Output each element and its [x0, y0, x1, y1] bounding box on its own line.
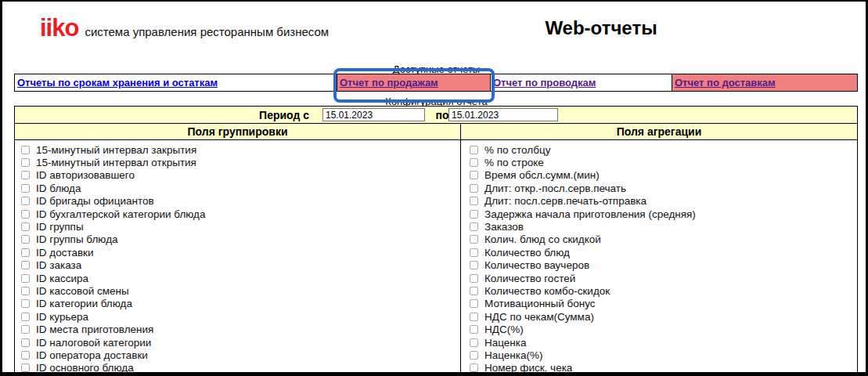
aggregation-fields-list: % по столбцу % по строке Время обсл.сумм… [461, 140, 857, 372]
aggregation-field-option: НДС(%) [468, 323, 857, 335]
aggregation-field-checkbox[interactable] [470, 197, 478, 205]
aggregation-field-checkbox[interactable] [470, 338, 478, 347]
grouping-field-checkbox[interactable] [21, 235, 30, 244]
aggregation-field-label: Количество блюд [484, 247, 570, 258]
report-config-table: Период с по Поля группировки Поля агрега… [14, 106, 858, 372]
grouping-field-option: ID категории блюда [20, 298, 460, 310]
grouping-field-checkbox[interactable] [21, 197, 30, 205]
grouping-field-checkbox[interactable] [21, 363, 30, 372]
aggregation-field-label: Номер фиск. чека [484, 362, 572, 372]
grouping-field-label: ID категории блюда [36, 298, 132, 309]
period-from-input[interactable] [322, 108, 425, 121]
nav-cell-storage-report: Отчеты по срокам хранения и остаткам [15, 74, 337, 91]
aggregation-field-option: Количество комбо-скидок [468, 284, 857, 297]
aggregation-field-checkbox[interactable] [470, 210, 478, 219]
aggregation-field-option: Длит: посл.серв.печать-отправка [468, 195, 857, 208]
nav-cell-transactions-report: Отчет по проводкам [491, 74, 672, 91]
grouping-field-option: 15-минутный интервал закрытия [20, 143, 460, 156]
grouping-field-checkbox[interactable] [21, 351, 30, 360]
nav-cell-sales-report: Отчет по продажам [337, 74, 491, 91]
aggregation-field-option: % по столбцу [468, 143, 857, 156]
grouping-field-label: ID бригады официантов [36, 195, 154, 207]
link-transactions-report[interactable]: Отчет по проводкам [493, 77, 596, 89]
grouping-field-checkbox[interactable] [21, 248, 30, 257]
grouping-field-checkbox[interactable] [21, 158, 30, 167]
column-headers-row: Поля группировки Поля агрегации [15, 124, 857, 140]
aggregation-field-option: Мотивационный бонус [468, 298, 857, 310]
aggregation-field-checkbox[interactable] [470, 171, 478, 179]
grouping-field-checkbox[interactable] [21, 146, 30, 154]
grouping-field-label: ID доставки [36, 247, 94, 258]
aggregation-field-checkbox[interactable] [470, 313, 478, 321]
aggregation-field-label: Длит: откр.-посл.серв.печать [484, 183, 626, 194]
aggregation-field-option: Время обсл.сумм.(мин) [468, 169, 857, 182]
aggregation-field-checkbox[interactable] [470, 184, 478, 193]
aggregation-field-option: Заказов [468, 220, 857, 233]
grouping-field-checkbox[interactable] [21, 338, 30, 347]
aggregation-field-label: Количество комбо-скидок [484, 285, 610, 297]
grouping-field-checkbox[interactable] [21, 222, 30, 231]
aggregation-field-checkbox[interactable] [470, 158, 478, 167]
grouping-field-checkbox[interactable] [21, 299, 30, 308]
grouping-field-checkbox[interactable] [21, 210, 30, 219]
grouping-field-label: ID группы блюда [36, 233, 118, 245]
grouping-field-label: ID места приготовления [36, 324, 153, 335]
aggregation-field-label: НДС(%) [484, 324, 524, 335]
link-storage-report[interactable]: Отчеты по срокам хранения и остаткам [17, 77, 218, 89]
aggregation-field-checkbox[interactable] [470, 235, 478, 244]
aggregation-field-checkbox[interactable] [470, 299, 478, 308]
grouping-field-option: ID бригады официантов [20, 195, 460, 208]
grouping-field-option: ID авторизовавшего [20, 169, 460, 182]
aggregation-field-option: Колич. блюд со скидкой [468, 233, 857, 246]
aggregation-field-option: Номер фиск. чека [468, 362, 857, 372]
grouping-field-checkbox[interactable] [21, 287, 30, 295]
aggregation-field-checkbox[interactable] [470, 363, 478, 372]
grouping-field-option: ID заказа [20, 259, 460, 272]
page-title: Web-отчеты [429, 17, 773, 39]
grouping-field-label: 15-минутный интервал открытия [36, 157, 196, 168]
grouping-field-option: 15-минутный интервал открытия [20, 156, 460, 168]
web-reports-page: iiko система управления ресторанным бизн… [0, 0, 868, 376]
aggregation-field-checkbox[interactable] [470, 248, 478, 257]
period-to-input[interactable] [448, 108, 558, 121]
aggregation-field-checkbox[interactable] [470, 351, 478, 360]
link-sales-report[interactable]: Отчет по продажам [340, 77, 438, 89]
grouping-field-label: ID оператора доставки [36, 349, 148, 361]
aggregation-field-option: Длит: откр.-посл.серв.печать [468, 182, 857, 194]
aggregation-field-checkbox[interactable] [470, 287, 478, 295]
grouping-field-checkbox[interactable] [21, 274, 30, 283]
grouping-field-label: ID блюда [36, 183, 81, 194]
aggregation-field-label: Колич. блюд со скидкой [484, 233, 601, 245]
grouping-field-label: ID группы [36, 221, 84, 233]
aggregation-field-checkbox[interactable] [470, 222, 478, 231]
aggregation-field-checkbox[interactable] [470, 146, 478, 154]
grouping-field-option: ID блюда [20, 182, 460, 194]
grouping-field-checkbox[interactable] [21, 184, 30, 193]
aggregation-field-option: НДС по чекам(Сумма) [468, 310, 857, 323]
grouping-field-label: ID налоговой категории [36, 337, 151, 349]
grouping-field-checkbox[interactable] [21, 171, 30, 179]
grouping-field-option: ID курьера [20, 310, 460, 323]
link-deliveries-report[interactable]: Отчет по доставкам [675, 77, 776, 89]
grouping-field-label: ID бухгалтерской категории блюда [36, 208, 206, 220]
aggregation-field-checkbox[interactable] [470, 274, 478, 283]
aggregation-field-label: Наценка [484, 337, 527, 349]
aggregation-field-option: Количество ваучеров [468, 259, 857, 272]
grouping-field-checkbox[interactable] [21, 313, 30, 321]
grouping-field-option: ID места приготовления [20, 323, 460, 335]
aggregation-field-option: % по строке [468, 156, 857, 168]
period-row: Период с по [15, 107, 857, 124]
aggregation-field-checkbox[interactable] [470, 325, 478, 334]
aggregation-field-checkbox[interactable] [470, 261, 478, 269]
app-header: iiko система управления ресторанным бизн… [40, 14, 329, 42]
grouping-field-checkbox[interactable] [21, 325, 30, 334]
grouping-field-label: ID кассовой смены [36, 285, 129, 297]
grouping-field-label: ID кассира [36, 273, 88, 284]
grouping-field-checkbox[interactable] [21, 261, 30, 269]
aggregation-field-option: Наценка(%) [468, 349, 857, 361]
nav-cell-deliveries-report: Отчет по доставкам [672, 74, 857, 91]
aggregation-field-option: Количество гостей [468, 272, 857, 284]
aggregation-field-option: Количество блюд [468, 246, 857, 258]
reports-nav: Отчеты по срокам хранения и остаткам Отч… [14, 74, 858, 92]
grouping-field-option: ID основного блюда [20, 362, 460, 372]
